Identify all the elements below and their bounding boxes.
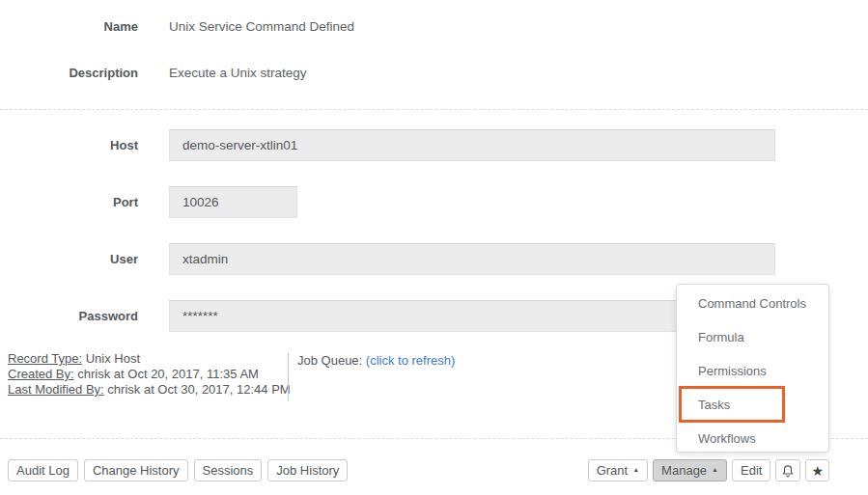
manage-button-label: Manage [661,463,707,478]
user-input[interactable] [169,243,775,275]
job-history-button[interactable]: Job History [267,459,348,481]
menu-item-workflows[interactable]: Workflows [677,422,828,455]
caret-up-icon: ▲ [712,466,718,473]
record-type-line: Record Type: Unix Host [8,351,291,367]
notifications-button[interactable] [775,459,800,481]
change-history-button[interactable]: Change History [84,459,188,481]
port-label: Port [0,195,138,209]
job-queue-refresh-link[interactable]: (click to refresh) [366,353,455,368]
last-modified-line: Last Modified By: chrisk at Oct 30, 2017… [8,382,291,398]
host-label: Host [0,138,138,152]
footer-left-buttons: Audit Log Change History Sessions Job Hi… [8,459,348,481]
grant-button[interactable]: Grant ▲ [588,459,648,481]
name-label: Name [0,19,138,34]
menu-item-command-controls[interactable]: Command Controls [677,287,828,320]
section-divider-top [0,109,868,110]
job-queue-label: Job Queue: [297,353,362,368]
user-label: User [0,252,138,266]
created-by-value: chrisk at Oct 20, 2017, 11:35 AM [77,367,259,381]
record-meta: Record Type: Unix Host Created By: chris… [8,351,291,398]
created-by-line: Created By: chrisk at Oct 20, 2017, 11:3… [8,367,291,382]
description-label: Description [0,66,138,80]
last-modified-label: Last Modified By: [8,382,104,397]
port-input[interactable] [169,186,297,218]
created-by-label: Created By: [8,367,74,381]
sessions-button[interactable]: Sessions [194,459,263,481]
record-type-label: Record Type: [8,351,82,366]
password-label: Password [0,309,138,323]
favorite-button[interactable]: ★ [805,459,829,481]
star-icon: ★ [811,464,824,478]
menu-item-tasks[interactable]: Tasks [677,388,828,422]
edit-button[interactable]: Edit [732,459,770,481]
manage-dropdown-menu: Command Controls Formula Permissions Tas… [676,284,829,453]
job-queue-section: Job Queue: (click to refresh) [288,353,455,401]
description-value: Execute a Unix strategy [169,66,307,80]
menu-item-formula[interactable]: Formula [677,320,828,354]
bell-icon [781,463,795,478]
footer-right-buttons: Grant ▲ Manage ▲ Edit ★ [588,459,829,481]
record-detail-page: Name Unix Service Command Defined Descri… [0,0,868,495]
record-type-value: Unix Host [86,351,140,366]
menu-item-permissions[interactable]: Permissions [677,354,828,388]
audit-log-button[interactable]: Audit Log [8,459,78,481]
name-value: Unix Service Command Defined [169,19,354,34]
manage-button[interactable]: Manage ▲ [653,459,727,481]
host-input[interactable] [169,129,775,161]
grant-button-label: Grant [597,463,629,478]
last-modified-value: chrisk at Oct 30, 2017, 12:44 PM [107,382,290,397]
caret-up-icon: ▲ [632,466,639,473]
